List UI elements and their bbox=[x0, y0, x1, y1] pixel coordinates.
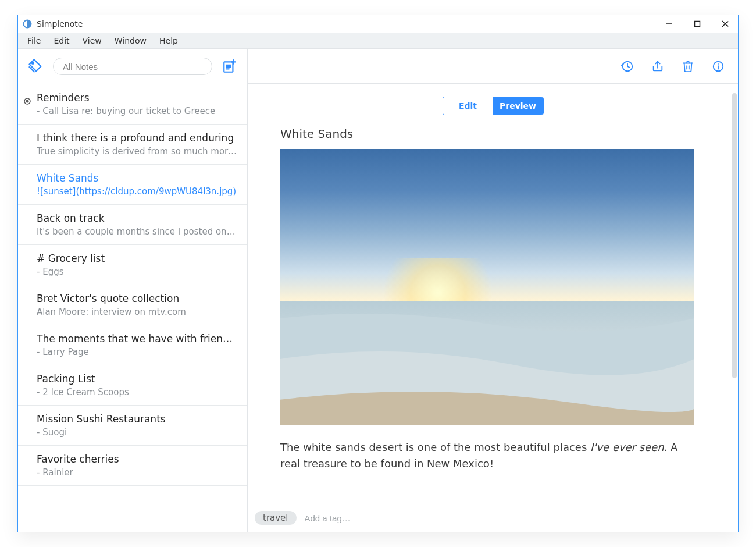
tab-edit[interactable]: Edit bbox=[443, 97, 493, 115]
app-body: Reminders- Call Lisa re: buying our tick… bbox=[18, 49, 738, 532]
note-item-title: Back on track bbox=[37, 212, 238, 224]
menu-edit[interactable]: Edit bbox=[48, 35, 75, 47]
menu-view[interactable]: View bbox=[77, 35, 108, 47]
mode-toggle: Edit Preview bbox=[273, 97, 712, 115]
note-item-snippet: - Call Lisa re: buying our ticket to Gre… bbox=[37, 106, 238, 116]
tags-toggle-button[interactable] bbox=[25, 56, 46, 77]
app-window: Simplenote File Edit View Window Help bbox=[17, 15, 739, 532]
note-list-item[interactable]: Packing List- 2 Ice Cream Scoops bbox=[18, 365, 247, 406]
note-item-snippet: It's been a couple months since I posted… bbox=[37, 226, 238, 237]
app-logo-icon bbox=[23, 19, 32, 29]
note-list-item[interactable]: Reminders- Call Lisa re: buying our tick… bbox=[18, 84, 247, 125]
note-item-title: Reminders bbox=[37, 92, 238, 104]
minimize-button[interactable] bbox=[664, 18, 675, 30]
menu-window[interactable]: Window bbox=[109, 35, 152, 47]
sidebar: Reminders- Call Lisa re: buying our tick… bbox=[18, 49, 248, 532]
sidebar-toolbar bbox=[18, 49, 247, 84]
note-item-title: Mission Sushi Restaurants bbox=[37, 413, 238, 425]
search-wrap bbox=[53, 58, 212, 75]
history-button[interactable] bbox=[621, 59, 634, 73]
note-item-title: Packing List bbox=[37, 373, 238, 385]
note-list-item[interactable]: Bret Victor's quote collectionAlan Moore… bbox=[18, 285, 247, 325]
note-item-snippet: - Eggs bbox=[37, 267, 238, 277]
svg-rect-2 bbox=[695, 22, 700, 27]
mode-toggle-group: Edit Preview bbox=[443, 97, 544, 115]
tab-preview[interactable]: Preview bbox=[493, 97, 543, 115]
note-list-item[interactable]: The moments that we have with friends …-… bbox=[18, 325, 247, 365]
pin-icon bbox=[24, 96, 31, 103]
close-button[interactable] bbox=[719, 18, 731, 30]
svg-point-20 bbox=[718, 63, 719, 64]
svg-point-5 bbox=[32, 62, 34, 64]
note-item-title: White Sands bbox=[37, 172, 238, 184]
titlebar: Simplenote bbox=[18, 15, 738, 33]
trash-button[interactable] bbox=[681, 59, 695, 73]
note-body-text-italic: I've ever seen bbox=[590, 441, 664, 453]
svg-point-13 bbox=[26, 100, 29, 103]
app-title: Simplenote bbox=[37, 19, 83, 29]
note-item-title: Bret Victor's quote collection bbox=[37, 293, 238, 304]
tag-pill[interactable]: travel bbox=[255, 511, 297, 525]
note-item-snippet: True simplicity is derived from so much … bbox=[37, 146, 238, 157]
note-item-title: # Grocery list bbox=[37, 253, 238, 264]
new-note-button[interactable] bbox=[219, 56, 240, 77]
tag-bar: travel bbox=[248, 507, 738, 528]
note-list-item[interactable]: Mission Sushi Restaurants- Suogi bbox=[18, 406, 247, 446]
share-button[interactable] bbox=[651, 59, 665, 73]
note-list-item[interactable]: I think there is a profound and enduring… bbox=[18, 125, 247, 165]
note-item-snippet: - Suogi bbox=[37, 427, 238, 438]
main-panel: Edit Preview White Sands bbox=[248, 49, 738, 532]
scrollbar-thumb[interactable] bbox=[732, 93, 737, 378]
note-item-title: I think there is a profound and enduring bbox=[37, 132, 238, 144]
info-button[interactable] bbox=[711, 59, 725, 73]
note-item-snippet: ![sunset](https://cldup.com/9wpWU84l3n.j… bbox=[37, 186, 238, 197]
note-image bbox=[280, 149, 694, 425]
note-item-snippet: - Larry Page bbox=[37, 347, 238, 357]
maximize-button[interactable] bbox=[691, 18, 703, 30]
note-item-snippet: - 2 Ice Cream Scoops bbox=[37, 387, 238, 397]
menu-file[interactable]: File bbox=[22, 35, 47, 47]
note-body-text-pre: The white sands desert is one of the mos… bbox=[280, 441, 590, 453]
menubar: File Edit View Window Help bbox=[18, 33, 738, 49]
note-title: White Sands bbox=[280, 127, 712, 141]
search-input[interactable] bbox=[53, 58, 212, 75]
note-item-snippet: - Rainier bbox=[37, 467, 238, 478]
note-list[interactable]: Reminders- Call Lisa re: buying our tick… bbox=[18, 84, 247, 532]
menu-help[interactable]: Help bbox=[154, 35, 184, 47]
note-item-snippet: Alan Moore: interview on mtv.com bbox=[37, 307, 238, 317]
note-list-item[interactable]: Favorite cherries- Rainier bbox=[18, 446, 247, 486]
note-item-title: The moments that we have with friends … bbox=[37, 333, 238, 344]
note-content: Edit Preview White Sands bbox=[248, 84, 738, 532]
main-toolbar bbox=[248, 49, 738, 84]
note-body: The white sands desert is one of the mos… bbox=[280, 439, 687, 472]
note-list-item[interactable]: White Sands![sunset](https://cldup.com/9… bbox=[18, 165, 247, 205]
window-controls bbox=[664, 18, 733, 30]
tag-input[interactable] bbox=[305, 513, 386, 523]
note-list-item[interactable]: Back on trackIt's been a couple months s… bbox=[18, 205, 247, 245]
note-item-title: Favorite cherries bbox=[37, 453, 238, 465]
note-list-item[interactable]: # Grocery list- Eggs bbox=[18, 245, 247, 285]
